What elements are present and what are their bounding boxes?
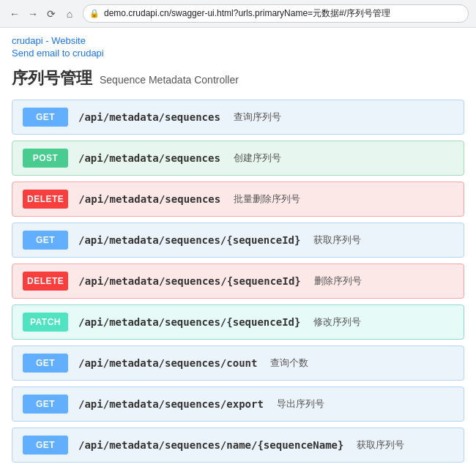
api-path: /api/metadata/sequences/export (78, 398, 264, 410)
api-item[interactable]: GET/api/metadata/sequences/name/{sequenc… (12, 427, 464, 463)
api-item[interactable]: GET/api/metadata/sequences/export导出序列号 (12, 386, 464, 422)
api-list: GET/api/metadata/sequences查询序列号POST/api/… (12, 100, 464, 463)
api-path: /api/metadata/sequences (78, 111, 220, 123)
api-item[interactable]: PATCH/api/metadata/sequences/{sequenceId… (12, 305, 464, 340)
api-item[interactable]: POST/api/metadata/sequences创建序列号 (12, 141, 464, 176)
method-badge: PATCH (23, 313, 68, 332)
api-item[interactable]: DELETE/api/metadata/sequences/{sequenceI… (12, 264, 464, 299)
api-desc: 查询个数 (270, 356, 308, 370)
api-desc: 删除序列号 (314, 274, 362, 288)
method-badge: GET (23, 108, 68, 127)
api-path: /api/metadata/sequences/name/{sequenceNa… (78, 439, 343, 451)
api-desc: 创建序列号 (234, 152, 281, 165)
api-desc: 获取序列号 (313, 234, 361, 247)
crudapi-website-link[interactable]: crudapi - Website (12, 35, 464, 46)
section-title-block: 序列号管理 Sequence Metadata Controller (12, 67, 464, 89)
api-path: /api/metadata/sequences/{sequenceId} (78, 275, 300, 287)
api-path: /api/metadata/sequences/{sequenceId} (78, 234, 300, 246)
api-item[interactable]: GET/api/metadata/sequences/count查询个数 (12, 345, 464, 381)
send-email-link[interactable]: Send email to crudapi (12, 48, 464, 59)
api-desc: 查询序列号 (234, 111, 281, 124)
lock-icon: 🔒 (89, 9, 100, 18)
method-badge: DELETE (23, 272, 68, 291)
api-desc: 批量删除序列号 (234, 193, 300, 206)
api-item[interactable]: GET/api/metadata/sequences查询序列号 (12, 100, 464, 135)
api-path: /api/metadata/sequences (78, 193, 220, 205)
method-badge: GET (23, 231, 68, 250)
api-desc: 获取序列号 (357, 438, 404, 452)
section-title-sub: Sequence Metadata Controller (100, 74, 239, 86)
reload-button[interactable]: ⟳ (44, 7, 59, 21)
api-item[interactable]: GET/api/metadata/sequences/{sequenceId}获… (12, 223, 464, 258)
address-bar[interactable]: 🔒 demo.crudapi.cn/swagger-ui.html?urls.p… (83, 4, 469, 23)
api-item[interactable]: DELETE/api/metadata/sequences批量删除序列号 (12, 182, 464, 217)
method-badge: GET (23, 436, 68, 455)
api-desc: 修改序列号 (313, 315, 361, 329)
api-path: /api/metadata/sequences/count (78, 357, 257, 369)
url-text: demo.crudapi.cn/swagger-ui.html?urls.pri… (104, 7, 390, 20)
api-path: /api/metadata/sequences/{sequenceId} (78, 316, 300, 328)
home-button[interactable]: ⌂ (62, 7, 77, 21)
browser-chrome: ← → ⟳ ⌂ 🔒 demo.crudapi.cn/swagger-ui.htm… (0, 0, 476, 28)
top-links: crudapi - Website Send email to crudapi (12, 35, 464, 59)
back-button[interactable]: ← (7, 7, 22, 21)
page-content: crudapi - Website Send email to crudapi … (0, 28, 476, 467)
api-desc: 导出序列号 (277, 397, 324, 411)
method-badge: DELETE (23, 190, 68, 209)
method-badge: POST (23, 149, 68, 168)
method-badge: GET (23, 354, 68, 373)
forward-button[interactable]: → (26, 7, 40, 21)
method-badge: GET (23, 395, 68, 414)
address-bar-wrapper: 🔒 demo.crudapi.cn/swagger-ui.html?urls.p… (83, 4, 469, 23)
browser-controls: ← → ⟳ ⌂ (7, 7, 77, 21)
api-path: /api/metadata/sequences (78, 152, 220, 164)
section-title-main: 序列号管理 (12, 67, 92, 89)
